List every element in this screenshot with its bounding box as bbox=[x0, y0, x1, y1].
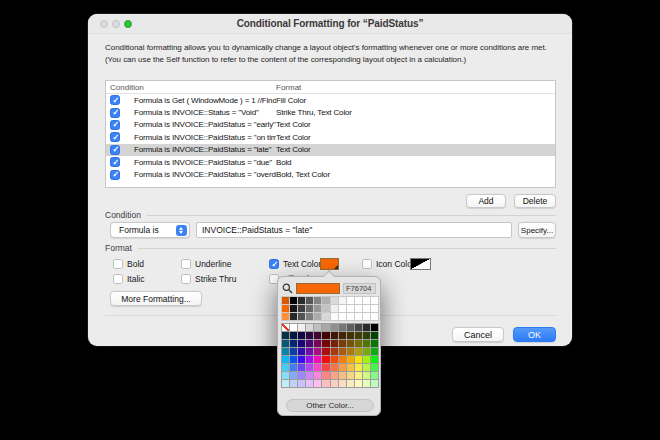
palette-color-swatch[interactable] bbox=[298, 380, 305, 387]
palette-color-swatch[interactable] bbox=[363, 340, 370, 347]
palette-color-swatch[interactable] bbox=[347, 356, 354, 363]
formula-field[interactable]: INVOICE::PaidStatus = "late" bbox=[196, 222, 512, 238]
palette-color-swatch[interactable] bbox=[290, 340, 297, 347]
row-enabled-checkbox[interactable] bbox=[110, 95, 120, 105]
palette-color-swatch[interactable] bbox=[306, 313, 313, 320]
palette-color-swatch[interactable] bbox=[322, 380, 329, 387]
palette-color-swatch[interactable] bbox=[306, 324, 313, 331]
magnifier-icon[interactable] bbox=[282, 283, 293, 294]
palette-color-swatch[interactable] bbox=[355, 324, 362, 331]
palette-color-swatch[interactable] bbox=[306, 332, 313, 339]
palette-color-swatch[interactable] bbox=[355, 364, 362, 371]
palette-color-swatch[interactable] bbox=[347, 348, 354, 355]
palette-color-swatch[interactable] bbox=[314, 332, 321, 339]
palette-color-swatch[interactable] bbox=[282, 372, 289, 379]
icon-color-checkbox-row[interactable]: Icon Color: bbox=[362, 258, 417, 270]
palette-color-swatch[interactable] bbox=[331, 332, 338, 339]
palette-color-swatch[interactable] bbox=[355, 372, 362, 379]
palette-color-swatch[interactable] bbox=[322, 348, 329, 355]
palette-color-swatch[interactable] bbox=[314, 348, 321, 355]
row-enabled-checkbox[interactable] bbox=[110, 120, 120, 130]
palette-color-swatch[interactable] bbox=[371, 313, 378, 320]
palette-color-swatch[interactable] bbox=[347, 372, 354, 379]
palette-color-swatch[interactable] bbox=[322, 324, 329, 331]
text-color-checkbox[interactable] bbox=[269, 259, 279, 269]
palette-color-swatch[interactable] bbox=[282, 313, 289, 320]
palette-color-swatch[interactable] bbox=[331, 348, 338, 355]
table-row[interactable]: Formula is Get ( WindowMode ) = 1 //Find… bbox=[106, 94, 555, 106]
table-row[interactable]: Formula is INVOICE::PaidStatus = "due"Bo… bbox=[106, 156, 555, 168]
icon-color-checkbox[interactable] bbox=[362, 259, 372, 269]
palette-color-swatch[interactable] bbox=[306, 340, 313, 347]
palette-color-swatch[interactable] bbox=[347, 340, 354, 347]
palette-color-swatch[interactable] bbox=[363, 297, 370, 304]
palette-color-swatch[interactable] bbox=[363, 324, 370, 331]
palette-color-swatch[interactable] bbox=[322, 364, 329, 371]
palette-color-swatch[interactable] bbox=[339, 313, 346, 320]
palette-color-swatch[interactable] bbox=[363, 332, 370, 339]
condition-type-popup[interactable]: Formula is bbox=[110, 222, 190, 238]
palette-color-swatch[interactable] bbox=[371, 372, 378, 379]
cancel-button[interactable]: Cancel bbox=[452, 327, 504, 342]
palette-color-swatch[interactable] bbox=[306, 356, 313, 363]
palette-color-swatch[interactable] bbox=[322, 356, 329, 363]
palette-color-swatch[interactable] bbox=[290, 332, 297, 339]
palette-color-swatch[interactable] bbox=[347, 324, 354, 331]
icon-color-swatch[interactable] bbox=[410, 258, 431, 270]
palette-color-swatch[interactable] bbox=[331, 356, 338, 363]
palette-color-swatch[interactable] bbox=[331, 305, 338, 312]
palette-color-swatch[interactable] bbox=[355, 332, 362, 339]
palette-color-swatch[interactable] bbox=[347, 364, 354, 371]
palette-color-swatch[interactable] bbox=[355, 313, 362, 320]
palette-color-swatch[interactable] bbox=[282, 332, 289, 339]
palette-color-swatch[interactable] bbox=[290, 372, 297, 379]
palette-color-swatch[interactable] bbox=[371, 332, 378, 339]
bold-checkbox-row[interactable]: Bold bbox=[113, 258, 144, 270]
bold-checkbox[interactable] bbox=[113, 259, 123, 269]
palette-color-swatch[interactable] bbox=[331, 340, 338, 347]
palette-color-swatch[interactable] bbox=[347, 297, 354, 304]
palette-color-swatch[interactable] bbox=[355, 356, 362, 363]
palette-color-swatch[interactable] bbox=[371, 297, 378, 304]
palette-color-swatch[interactable] bbox=[322, 332, 329, 339]
palette-color-swatch[interactable] bbox=[314, 340, 321, 347]
palette-color-swatch[interactable] bbox=[371, 380, 378, 387]
palette-color-swatch[interactable] bbox=[298, 305, 305, 312]
palette-color-swatch[interactable] bbox=[331, 297, 338, 304]
underline-checkbox-row[interactable]: Underline bbox=[181, 258, 231, 270]
table-row[interactable]: Formula is INVOICE::PaidStatus = "early"… bbox=[106, 119, 555, 131]
palette-color-swatch[interactable] bbox=[371, 348, 378, 355]
palette-color-swatch[interactable] bbox=[339, 324, 346, 331]
palette-color-swatch[interactable] bbox=[298, 332, 305, 339]
row-enabled-checkbox[interactable] bbox=[110, 170, 120, 180]
palette-color-swatch[interactable] bbox=[322, 297, 329, 304]
palette-color-swatch[interactable] bbox=[282, 348, 289, 355]
palette-color-swatch[interactable] bbox=[322, 313, 329, 320]
palette-color-swatch[interactable] bbox=[363, 372, 370, 379]
palette-color-swatch[interactable] bbox=[290, 313, 297, 320]
close-button-icon[interactable] bbox=[100, 20, 108, 28]
table-row[interactable]: Formula is INVOICE::PaidStatus = "on tim… bbox=[106, 131, 555, 143]
palette-color-swatch[interactable] bbox=[347, 313, 354, 320]
ok-button[interactable]: OK bbox=[513, 327, 556, 342]
palette-color-swatch[interactable] bbox=[314, 313, 321, 320]
palette-color-swatch[interactable] bbox=[322, 305, 329, 312]
palette-color-swatch[interactable] bbox=[290, 324, 297, 331]
palette-color-swatch[interactable] bbox=[339, 305, 346, 312]
palette-color-swatch[interactable] bbox=[371, 305, 378, 312]
text-color-swatch[interactable] bbox=[320, 258, 339, 270]
palette-color-swatch[interactable] bbox=[282, 305, 289, 312]
palette-color-swatch[interactable] bbox=[306, 364, 313, 371]
row-enabled-checkbox[interactable] bbox=[110, 157, 120, 167]
palette-color-swatch[interactable] bbox=[363, 364, 370, 371]
palette-color-swatch[interactable] bbox=[363, 380, 370, 387]
palette-color-swatch[interactable] bbox=[314, 364, 321, 371]
palette-color-swatch[interactable] bbox=[339, 364, 346, 371]
palette-color-swatch[interactable] bbox=[290, 348, 297, 355]
palette-color-swatch[interactable] bbox=[298, 297, 305, 304]
palette-color-swatch[interactable] bbox=[298, 364, 305, 371]
palette-color-swatch[interactable] bbox=[290, 305, 297, 312]
palette-color-swatch[interactable] bbox=[314, 372, 321, 379]
palette-color-swatch[interactable] bbox=[363, 348, 370, 355]
row-enabled-checkbox[interactable] bbox=[110, 132, 120, 142]
